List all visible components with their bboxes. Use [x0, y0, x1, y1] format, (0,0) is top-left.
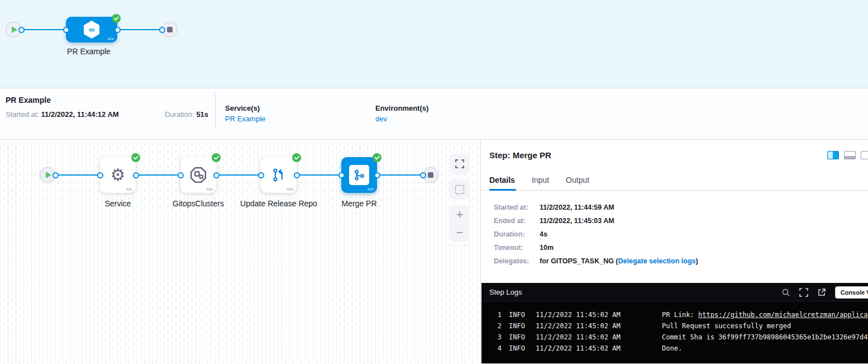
services-link[interactable]: PR Example	[225, 115, 265, 123]
tab-output[interactable]: Output	[566, 176, 589, 190]
detail-row-delegates: Delegates: for GITOPS_TASK_NG (Delegate …	[481, 257, 868, 271]
harness-gitops-icon: ∞	[83, 20, 101, 39]
log-level: INFO	[509, 320, 532, 332]
layout-split-right-icon[interactable]	[827, 151, 839, 159]
detail-label: Delegates:	[494, 257, 529, 265]
detail-value: 11/2/2022, 11:44:59 AM	[540, 204, 614, 211]
check-icon	[294, 155, 299, 160]
detail-row-ended: Ended at: 11/2/2022, 11:45:03 AM	[481, 217, 868, 230]
marquee-icon	[455, 185, 464, 194]
log-line: 4 INFO 11/2/2022 11:45:02 AM Done.	[481, 343, 868, 354]
code-chip: </>	[126, 187, 132, 191]
step-node-service[interactable]: ⚙ </>	[100, 157, 136, 193]
zoom-out-button[interactable]: −	[456, 226, 464, 239]
connector-dot	[18, 27, 25, 33]
open-in-new-icon[interactable]	[817, 288, 826, 297]
zoom-in-button[interactable]: +	[456, 209, 464, 221]
log-level: INFO	[509, 343, 532, 354]
log-timestamp: 11/2/2022 11:45:02 AM	[536, 309, 640, 320]
duration: Duration: 51s	[165, 110, 208, 119]
log-message: Commit Sha is 36f99ff737b98986045365e1b2…	[662, 332, 868, 343]
log-line-number: 1	[481, 309, 502, 320]
connector-dot	[374, 172, 380, 178]
duration-value: 51s	[196, 110, 208, 119]
fullscreen-icon	[455, 159, 464, 168]
stage-node-pr-example[interactable]: ∞ </>	[66, 17, 117, 42]
duration-label: Duration:	[165, 110, 194, 119]
canvas-selection-button[interactable]	[450, 179, 470, 200]
environments-label: Environment(s)	[375, 104, 428, 112]
started-at: Started at: 11/2/2022, 11:44:12 AM	[6, 110, 119, 119]
connector-dot	[133, 172, 139, 178]
step-label-update-release-repo: Update Release Repo	[234, 198, 323, 209]
canvas-fullscreen-button[interactable]	[450, 154, 470, 174]
layout-bottom-icon[interactable]	[844, 151, 856, 159]
code-chip: </>	[367, 187, 374, 191]
step-node-merge-pr[interactable]: </>	[341, 157, 377, 193]
check-icon	[375, 155, 380, 160]
tabs-border	[481, 190, 868, 191]
gitops-clusters-icon	[190, 167, 207, 183]
step-logs-actions: Console View	[781, 283, 868, 301]
connector-dot	[258, 172, 264, 178]
step-success-badge	[212, 153, 221, 162]
step-node-gitopsclusters[interactable]: </>	[180, 157, 216, 193]
log-message: Pull Request successfully merged	[662, 320, 791, 332]
tab-input[interactable]: Input	[532, 176, 549, 190]
log-timestamp: 11/2/2022 11:45:02 AM	[536, 343, 640, 354]
console-view-button[interactable]: Console View	[835, 286, 868, 299]
detail-label: Ended at:	[494, 217, 526, 225]
expand-logs-icon[interactable]	[799, 288, 808, 297]
step-label-service: Service	[73, 198, 163, 209]
step-tabs: Details Input Output	[489, 176, 589, 190]
delegates-prefix: for GITOPS_TASK_NG (	[540, 257, 618, 265]
log-message: Done.	[662, 343, 682, 354]
tab-details[interactable]: Details	[489, 176, 515, 190]
detail-label: Duration:	[494, 230, 525, 238]
detail-label: Timeout:	[494, 244, 523, 252]
step-success-badge	[292, 153, 301, 162]
log-viewer[interactable]: 1 INFO 11/2/2022 11:45:02 AM PR Link: ht…	[481, 301, 868, 363]
header-divider	[215, 94, 216, 129]
log-message: PR Link: https://github.com/michaelcretz…	[662, 309, 868, 320]
search-icon[interactable]	[781, 288, 790, 297]
detail-value: for GITOPS_TASK_NG (Delegate selection l…	[540, 257, 698, 265]
step-success-badge	[373, 153, 381, 162]
detail-value: 4s	[540, 230, 547, 238]
services-label: Service(s)	[225, 104, 260, 112]
detail-value: 10m	[540, 244, 554, 252]
layout-right-icon[interactable]	[861, 151, 868, 159]
step-label-merge-pr: Merge PR	[314, 198, 404, 209]
step-logs-header: Step Logs Console View	[481, 283, 868, 301]
play-icon	[46, 172, 51, 178]
environments-link[interactable]: dev	[375, 115, 387, 123]
check-icon	[114, 16, 119, 21]
connector-dot	[213, 172, 220, 178]
log-timestamp: 11/2/2022 11:45:02 AM	[536, 332, 640, 343]
step-logs-panel: Step Logs Console View	[481, 283, 868, 363]
code-chip: </>	[107, 37, 114, 41]
started-at-value: 11/2/2022, 11:44:12 AM	[41, 110, 119, 119]
log-line: 1 INFO 11/2/2022 11:45:02 AM PR Link: ht…	[481, 309, 868, 320]
check-icon	[133, 155, 139, 160]
merge-pr-icon-box	[349, 165, 369, 185]
step-label-gitopsclusters: GitopsClusters	[154, 198, 243, 209]
pr-link[interactable]: https://github.com/michaelcretzman/appli…	[698, 311, 868, 319]
log-line-number: 4	[481, 343, 502, 354]
connector-dot	[294, 172, 300, 178]
execution-main: ⚙ </> Service </> GitopsClusters	[0, 140, 868, 363]
step-node-update-release-repo[interactable]: </>	[261, 157, 297, 193]
update-release-repo-icon	[270, 167, 287, 183]
detail-value: 11/2/2022, 11:45:03 AM	[540, 217, 614, 225]
git-merge-icon	[353, 169, 365, 181]
delegate-selection-logs-link[interactable]: Delegate selection logs	[618, 257, 696, 265]
log-line-number: 3	[481, 332, 502, 343]
delegates-suffix: )	[695, 257, 698, 265]
bottom-fill	[845, 156, 855, 159]
detail-label: Started at:	[494, 204, 528, 211]
connector-dot	[63, 27, 69, 33]
stage-label: PR Example	[47, 47, 131, 56]
log-line: 2 INFO 11/2/2022 11:45:02 AM Pull Reques…	[481, 320, 868, 332]
stop-icon	[428, 172, 433, 178]
stage-execution-canvas[interactable]: ⚙ </> Service </> GitopsClusters	[0, 140, 481, 363]
